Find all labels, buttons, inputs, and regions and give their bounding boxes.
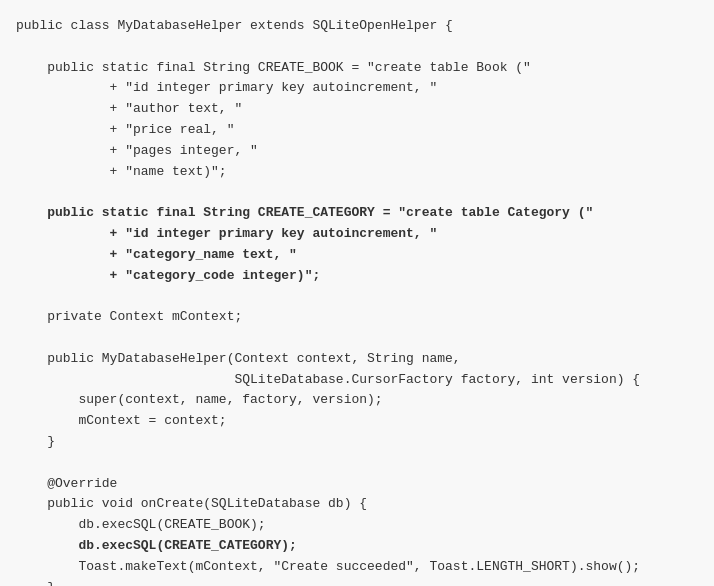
code-line: + "pages integer, " (16, 141, 698, 162)
code-line: + "category_code integer)"; (16, 266, 698, 287)
code-line (16, 286, 698, 307)
code-line: public static final String CREATE_CATEGO… (16, 203, 698, 224)
code-line (16, 182, 698, 203)
code-line: db.execSQL(CREATE_BOOK); (16, 515, 698, 536)
code-line (16, 37, 698, 58)
code-line: + "author text, " (16, 99, 698, 120)
code-line: + "name text)"; (16, 162, 698, 183)
code-line: SQLiteDatabase.CursorFactory factory, in… (16, 370, 698, 391)
code-line: public MyDatabaseHelper(Context context,… (16, 349, 698, 370)
code-line: + "id integer primary key autoincrement,… (16, 78, 698, 99)
code-line: Toast.makeText(mContext, "Create succeed… (16, 557, 698, 578)
code-line: } (16, 578, 698, 586)
code-line: db.execSQL(CREATE_CATEGORY); (16, 536, 698, 557)
code-line (16, 453, 698, 474)
code-line: public static final String CREATE_BOOK =… (16, 58, 698, 79)
code-line: private Context mContext; (16, 307, 698, 328)
code-line: super(context, name, factory, version); (16, 390, 698, 411)
code-editor: public class MyDatabaseHelper extends SQ… (0, 8, 714, 586)
code-line: public class MyDatabaseHelper extends SQ… (16, 16, 698, 37)
code-line: @Override (16, 474, 698, 495)
code-line (16, 328, 698, 349)
code-line: } (16, 432, 698, 453)
code-line: mContext = context; (16, 411, 698, 432)
code-line: + "category_name text, " (16, 245, 698, 266)
code-line: + "price real, " (16, 120, 698, 141)
code-line: + "id integer primary key autoincrement,… (16, 224, 698, 245)
code-line: public void onCreate(SQLiteDatabase db) … (16, 494, 698, 515)
